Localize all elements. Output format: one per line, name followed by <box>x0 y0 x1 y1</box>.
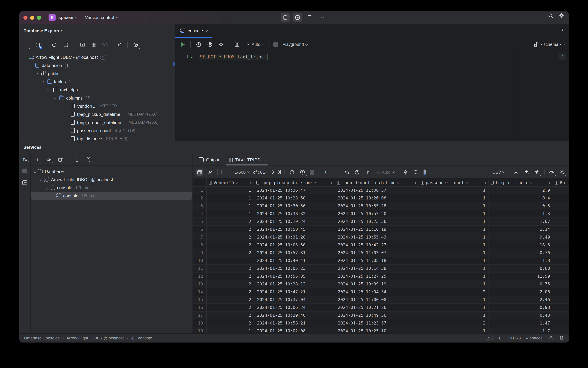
cell-passenger-count[interactable]: 1 <box>419 226 489 233</box>
cell-pickup-datetime[interactable]: 2024-01-25 10:05:23 <box>254 265 335 272</box>
parameters-button[interactable] <box>206 41 213 48</box>
cell-pickup-datetime[interactable]: 2024-01-25 10:37:04 <box>254 296 335 304</box>
cell-pickup-datetime[interactable]: 2024-01-25 10:47:21 <box>254 288 335 296</box>
compare-data-button[interactable] <box>534 169 541 175</box>
cell-dropoff-datetime[interactable]: 2024-01-25 11:03:07 <box>335 249 419 257</box>
column-header[interactable]: passenger_count ▽ ↕ <box>419 179 489 186</box>
cell-dropoff-datetime[interactable]: 2024-01-25 10:53:20 <box>335 210 419 218</box>
chevron-expanded-icon[interactable] <box>34 170 36 173</box>
cell-vendor-id[interactable]: 2 <box>207 273 254 280</box>
editor-options-kebab[interactable]: ⋮ <box>560 28 565 33</box>
cell-vendor-id[interactable]: 2 <box>207 319 254 327</box>
chevron-expanded-icon[interactable] <box>46 187 49 190</box>
cell-dropoff-datetime[interactable]: 2024-01-25 11:04:54 <box>335 288 419 296</box>
cell-pickup-datetime[interactable]: 2024-01-25 10:23:50 <box>254 194 335 202</box>
cell-passenger-count[interactable]: 1 <box>419 273 489 280</box>
cell-pickup-datetime[interactable]: 2024-01-25 10:28:12 <box>254 280 335 288</box>
open-table-button[interactable] <box>91 41 98 48</box>
cell-trip-distance[interactable]: 0.68 <box>489 265 553 272</box>
cell-dropoff-datetime[interactable]: 2024-01-25 11:23:57 <box>335 319 419 327</box>
cell-passenger-count[interactable]: 1 <box>419 265 489 272</box>
table-row[interactable]: 7 2 2024-01-25 10:31:28 2024-01-25 10:55… <box>193 233 569 241</box>
cell-passenger-count[interactable]: 1 <box>419 304 489 311</box>
grid-view-options-button[interactable] <box>548 169 555 175</box>
column-header[interactable]: tpep_pickup_datetime ▽ ↕ <box>254 179 335 186</box>
cell-pickup-datetime[interactable]: 2024-01-25 10:58:21 <box>254 319 335 327</box>
cell-pickup-datetime[interactable]: 2024-01-25 10:30:56 <box>254 202 335 210</box>
cell-vendor-id[interactable]: 1 <box>207 257 254 264</box>
tx-mode-select[interactable]: Tx: Auto <box>245 42 264 47</box>
close-window-button[interactable] <box>23 16 27 19</box>
cell-rate[interactable] <box>553 327 569 333</box>
cell-passenger-count[interactable]: 1 <box>419 186 489 194</box>
cell-dropoff-datetime[interactable]: 2024-01-25 10:26:08 <box>335 194 419 202</box>
inspection-ok-widget[interactable]: ✓ <box>558 53 566 60</box>
cell-rate[interactable] <box>553 265 569 272</box>
schema-selector[interactable]: <schema> <box>534 42 565 47</box>
run-widget-button[interactable] <box>293 13 302 22</box>
cell-rate[interactable] <box>553 210 569 218</box>
cell-dropoff-datetime[interactable]: 2024-01-25 10:25:10 <box>335 327 419 333</box>
cell-passenger-count[interactable]: 1 <box>419 257 489 264</box>
cell-passenger-count[interactable]: 1 <box>419 218 489 225</box>
grid-view-button[interactable] <box>196 169 203 175</box>
service-tree-item[interactable]: console 126 ms <box>31 192 192 200</box>
chevron-expanded-icon[interactable] <box>41 80 44 83</box>
column-header[interactable]: trip_distance ▽ ↕ <box>489 179 553 186</box>
cell-vendor-id[interactable]: 2 <box>207 304 254 311</box>
cell-trip-distance[interactable]: 18.6 <box>489 241 553 249</box>
collapse-all-button[interactable] <box>85 156 92 163</box>
cell-vendor-id[interactable]: 2 <box>207 241 254 249</box>
open-in-new-tab-button[interactable] <box>57 156 64 163</box>
tab-output[interactable]: Output <box>195 154 223 166</box>
cell-trip-distance[interactable]: 1.47 <box>489 319 553 327</box>
cell-dropoff-datetime[interactable]: 2024-01-25 10:23:36 <box>335 218 419 225</box>
cell-trip-distance[interactable]: 1.8 <box>489 257 553 264</box>
cell-rate[interactable] <box>553 202 569 210</box>
execute-button[interactable] <box>179 41 186 48</box>
tree-item[interactable]: public <box>19 69 175 77</box>
tree-item[interactable]: passenger_count BIGINT(19) <box>19 126 175 135</box>
notifications-bell-icon[interactable] <box>559 335 564 341</box>
cancel-query-button[interactable] <box>310 170 314 175</box>
cell-pickup-datetime[interactable]: 2024-01-25 10:03:50 <box>254 241 335 249</box>
chevron-expanded-icon[interactable] <box>23 55 26 58</box>
sort-icon[interactable]: ↕ <box>484 181 486 184</box>
close-icon[interactable]: × <box>206 28 209 33</box>
table-row[interactable]: 6 2 2024-01-25 10:58:45 2024-01-25 11:16… <box>193 226 569 233</box>
table-row[interactable]: 12 2 2024-01-25 10:55:35 2024-01-25 11:2… <box>193 273 569 280</box>
code-area[interactable]: 1✓ SELECT * FROM taxi_trips ; <box>175 51 569 141</box>
cell-rate[interactable] <box>553 233 569 241</box>
chart-view-button[interactable] <box>207 169 214 175</box>
cell-rate[interactable] <box>553 194 569 202</box>
cell-trip-distance[interactable]: 0.4 <box>489 194 553 202</box>
tab-console[interactable]: console × <box>175 24 212 38</box>
cell-pickup-datetime[interactable]: 2024-01-25 10:36:47 <box>254 186 335 194</box>
cell-pickup-datetime[interactable]: 2024-01-25 10:58:45 <box>254 226 335 233</box>
cell-rate[interactable] <box>553 280 569 288</box>
more-actions-button[interactable]: ⋯ <box>317 13 327 22</box>
settings-gear-icon[interactable] <box>559 13 564 18</box>
cell-vendor-id[interactable]: 1 <box>207 210 254 218</box>
file-encoding[interactable]: UTF-8 <box>509 336 521 340</box>
cell-rate[interactable] <box>553 296 569 304</box>
cell-rate[interactable] <box>553 273 569 280</box>
lock-icon[interactable] <box>548 335 553 341</box>
table-row[interactable]: 5 2 2024-01-25 10:10:24 2024-01-25 10:23… <box>193 218 569 226</box>
cell-rate[interactable] <box>553 319 569 327</box>
cell-dropoff-datetime[interactable]: 2024-01-25 10:14:38 <box>335 265 419 272</box>
cell-dropoff-datetime[interactable]: 2024-01-25 11:27:25 <box>335 273 419 280</box>
stop-rail-button[interactable] <box>22 168 27 173</box>
chevron-expanded-icon[interactable] <box>35 72 38 74</box>
cell-trip-distance[interactable]: 0.98 <box>489 304 553 311</box>
filter-button[interactable]: ▼ <box>423 169 426 175</box>
tree-item[interactable]: columns 19 <box>19 94 175 102</box>
expand-all-button[interactable] <box>74 156 80 163</box>
tree-item[interactable]: tpep_dropoff_datetime TIMESTAMP(26,6) <box>19 118 175 126</box>
cell-passenger-count[interactable]: 1 <box>419 202 489 210</box>
breadcrumb-datasource[interactable]: Arrow Flight JDBC - @localhost <box>66 336 124 340</box>
export-data-button[interactable] <box>513 169 519 175</box>
page-range-select[interactable]: 1-500 <box>235 170 249 175</box>
cell-trip-distance[interactable]: 2.46 <box>489 296 553 304</box>
column-header[interactable]: VendorID ▽ ↕ <box>207 179 254 186</box>
